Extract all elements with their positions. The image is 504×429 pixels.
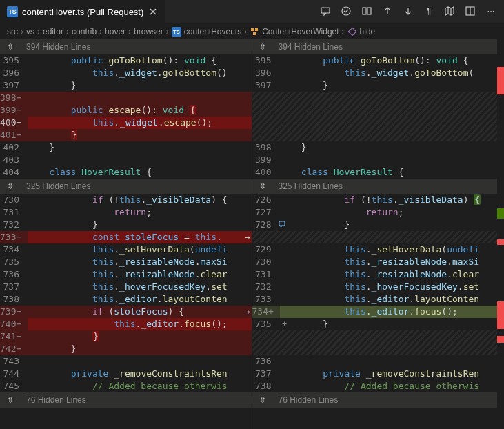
check-icon[interactable] bbox=[340, 6, 352, 19]
lightbulb-icon[interactable] bbox=[277, 219, 288, 230]
unfold-icon[interactable]: ⇳ bbox=[259, 394, 266, 406]
code-line[interactable]: 735+ } bbox=[252, 318, 505, 330]
code-line[interactable]: 743 bbox=[0, 355, 252, 368]
code-line[interactable]: 732 } bbox=[0, 219, 252, 231]
code-line[interactable]: 738 // Added because otherwis bbox=[252, 380, 505, 392]
code-line[interactable] bbox=[252, 92, 505, 104]
unfold-icon[interactable]: ⇳ bbox=[259, 180, 266, 192]
fold-label: 325 Hidden Lines bbox=[26, 180, 90, 192]
fold-bar[interactable]: ⇳ 325 Hidden Lines bbox=[0, 179, 252, 194]
code-line[interactable]: 403 bbox=[0, 154, 252, 166]
fold-bar[interactable]: ⇳ 76 Hidden Lines bbox=[252, 392, 505, 408]
code-line[interactable]: 741− } bbox=[0, 330, 252, 343]
code-content: if (!this._visibleData) { bbox=[28, 194, 252, 206]
code-line[interactable]: 397 } bbox=[0, 79, 252, 92]
line-number: 396 bbox=[252, 67, 280, 79]
more-icon[interactable]: ··· bbox=[485, 6, 497, 19]
fold-bar[interactable]: ⇳ 325 Hidden Lines bbox=[252, 179, 505, 194]
code-line[interactable]: 731 this._resizableNode.clear bbox=[252, 268, 505, 281]
code-line[interactable]: 398− bbox=[0, 92, 252, 104]
bc-part[interactable]: contrib bbox=[72, 27, 97, 37]
code-line[interactable]: 745 // Added because otherwis bbox=[0, 380, 252, 392]
overview-ruler[interactable] bbox=[497, 39, 504, 429]
code-line[interactable]: 734 this._setHoverData(undefi bbox=[0, 243, 252, 256]
arrow-down-icon[interactable] bbox=[402, 6, 414, 19]
unfold-icon[interactable]: ⇳ bbox=[7, 180, 14, 192]
fold-bar[interactable]: ⇳ 394 Hidden Lines bbox=[0, 39, 252, 54]
code-line[interactable]: 730 if (!this._visibleData) { bbox=[0, 194, 252, 206]
bc-part[interactable]: vs bbox=[26, 27, 34, 37]
code-line[interactable]: 401− } bbox=[0, 129, 252, 141]
breadcrumb[interactable]: src› vs› editor› contrib› hover› browser… bbox=[0, 24, 504, 39]
code-line[interactable]: 735 this._resizableNode.maxSi bbox=[0, 256, 252, 268]
code-line[interactable]: 732 this._hoverFocusedKey.set bbox=[252, 281, 505, 293]
unfold-icon[interactable]: ⇳ bbox=[259, 41, 266, 53]
code-line[interactable]: 733− const stoleFocus = this.→ bbox=[0, 231, 252, 243]
close-icon[interactable] bbox=[148, 6, 159, 17]
code-line[interactable]: 396 this._widget.goToBottom( bbox=[252, 67, 505, 79]
code-content: } bbox=[28, 330, 252, 343]
revert-arrow-icon[interactable]: → bbox=[245, 231, 250, 243]
bc-class[interactable]: ContentHoverWidget bbox=[262, 27, 339, 37]
code-line[interactable]: 404 class HoverResult { bbox=[0, 166, 252, 179]
map-icon[interactable] bbox=[443, 6, 456, 19]
code-line[interactable]: 397 } bbox=[252, 79, 505, 92]
line-number: 732 bbox=[252, 281, 280, 293]
code-line[interactable] bbox=[252, 104, 505, 117]
code-line[interactable]: 736 this._resizableNode.clear bbox=[0, 268, 252, 281]
code-line[interactable]: 398 } bbox=[252, 141, 505, 154]
code-line[interactable]: 742− } bbox=[0, 343, 252, 355]
bc-part[interactable]: hover bbox=[105, 27, 125, 37]
comment-icon[interactable] bbox=[319, 6, 332, 19]
line-number bbox=[252, 92, 280, 104]
code-line[interactable]: 737 this._hoverFocusedKey.set bbox=[0, 281, 252, 293]
whitespace-icon[interactable]: ¶ bbox=[423, 6, 435, 19]
code-line[interactable]: 399− public escape(): void { bbox=[0, 104, 252, 117]
fold-bar[interactable]: ⇳ 76 Hidden Lines bbox=[0, 392, 252, 408]
code-line[interactable]: 738 this._editor.layoutConten bbox=[0, 293, 252, 306]
code-line[interactable] bbox=[252, 330, 505, 343]
code-line[interactable]: 731 return; bbox=[0, 206, 252, 219]
code-line[interactable]: 733 this._editor.layoutConten bbox=[252, 293, 505, 306]
code-line[interactable]: 727 return; bbox=[252, 206, 505, 219]
code-line[interactable]: 744 private _removeConstraintsRen bbox=[0, 368, 252, 380]
bc-file[interactable]: contentHover.ts bbox=[184, 27, 241, 37]
bc-part[interactable]: editor bbox=[43, 27, 63, 37]
code-line[interactable] bbox=[252, 117, 505, 129]
code-content bbox=[28, 92, 252, 104]
code-line[interactable]: 730 this._resizableNode.maxSi bbox=[252, 256, 505, 268]
code-line[interactable]: 739− if (stoleFocus) {→ bbox=[0, 306, 252, 318]
code-line[interactable]: 734+ this._editor.focus(); bbox=[252, 306, 505, 318]
code-line[interactable]: 402 } bbox=[0, 141, 252, 154]
code-line[interactable]: 400− this._widget.escape(); bbox=[0, 117, 252, 129]
diff-pane-modified[interactable]: ⇳ 394 Hidden Lines 395 public goToBottom… bbox=[252, 39, 505, 429]
code-line[interactable]: 400 class HoverResult { bbox=[252, 166, 505, 179]
code-line[interactable]: 395 public goToBottom(): void { bbox=[252, 54, 505, 67]
arrow-up-icon[interactable] bbox=[381, 6, 394, 19]
layout-icon[interactable] bbox=[464, 6, 476, 19]
code-line[interactable]: 740− this._editor.focus(); bbox=[0, 318, 252, 330]
compare-icon[interactable] bbox=[361, 6, 373, 19]
code-line[interactable]: 726 if (!this._visibleData) { bbox=[252, 194, 505, 206]
line-number: 733 bbox=[252, 293, 280, 306]
code-line[interactable]: 728 } bbox=[252, 219, 505, 231]
unfold-icon[interactable]: ⇳ bbox=[7, 41, 14, 53]
bc-part[interactable]: browser bbox=[134, 27, 163, 37]
fold-bar[interactable]: ⇳ 394 Hidden Lines bbox=[252, 39, 505, 54]
code-line[interactable] bbox=[252, 129, 505, 141]
editor-tab[interactable]: TS contentHover.ts (Pull Request) bbox=[0, 0, 165, 24]
code-line[interactable]: 395 public goToBottom(): void { bbox=[0, 54, 252, 67]
code-line[interactable] bbox=[252, 343, 505, 355]
code-line[interactable]: 729 this._setHoverData(undefi bbox=[252, 243, 505, 256]
code-line[interactable]: 396 this._widget.goToBottom() bbox=[0, 67, 252, 79]
code-line[interactable]: 737 private _removeConstraintsRen bbox=[252, 368, 505, 380]
code-content: this._widget.goToBottom( bbox=[280, 67, 505, 79]
unfold-icon[interactable]: ⇳ bbox=[7, 394, 14, 406]
bc-method[interactable]: hide bbox=[360, 27, 376, 37]
code-line[interactable]: 399 bbox=[252, 154, 505, 166]
revert-arrow-icon[interactable]: → bbox=[245, 306, 250, 318]
bc-part[interactable]: src bbox=[7, 27, 18, 37]
diff-pane-original[interactable]: ⇳ 394 Hidden Lines 395 public goToBottom… bbox=[0, 39, 252, 429]
code-line[interactable]: 736 bbox=[252, 355, 505, 368]
code-line[interactable] bbox=[252, 231, 505, 243]
